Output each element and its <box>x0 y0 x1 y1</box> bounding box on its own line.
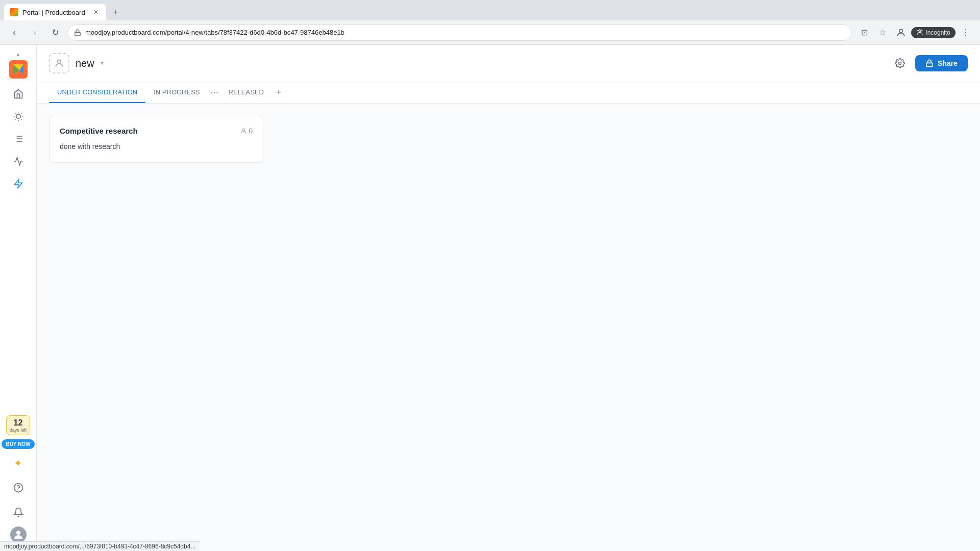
card-description: done with research <box>60 141 253 152</box>
sidebar-item-home[interactable] <box>8 84 29 104</box>
lock-icon <box>74 29 81 36</box>
tab-more-button[interactable]: ⋯ <box>208 84 220 102</box>
svg-point-8 <box>16 114 20 118</box>
tab-add-button[interactable]: + <box>272 83 286 102</box>
help-button[interactable] <box>8 478 29 498</box>
profile-icon[interactable] <box>893 24 909 41</box>
tab-under-consideration[interactable]: UNDER CONSIDERATION <box>49 82 145 103</box>
svg-line-15 <box>15 119 15 119</box>
bookmark-icon[interactable]: ☆ <box>874 24 891 41</box>
sidebar: ▲ <box>0 45 37 551</box>
votes-count: 0 <box>249 127 253 135</box>
tabs-bar: UNDER CONSIDERATION IN PROGRESS ⋯ RELEAS… <box>37 82 980 104</box>
tab-close-icon[interactable]: ✕ <box>92 8 100 16</box>
tab-released[interactable]: RELEASED <box>220 82 272 103</box>
back-button[interactable]: ‹ <box>6 24 22 41</box>
browser-toolbar: ‹ › ↻ moodjoy.productboard.com/portal/4-… <box>0 20 980 45</box>
scroll-up-indicator: ▲ <box>13 49 23 59</box>
productboard-logo[interactable] <box>8 59 29 80</box>
card-title: Competitive research <box>60 127 138 135</box>
browser-chrome: Portal | Productboard ✕ + ‹ › ↻ moodjoy.… <box>0 0 980 45</box>
reload-button[interactable]: ↻ <box>47 24 63 41</box>
active-tab[interactable]: Portal | Productboard ✕ <box>4 4 106 20</box>
main-content: new ▾ Share UNDER CONSIDERATION IN PROGR… <box>37 45 980 551</box>
incognito-button[interactable]: Incognito <box>911 27 955 38</box>
share-label: Share <box>938 59 958 67</box>
svg-line-12 <box>21 119 21 119</box>
browser-status-bar: moodjoy.productboard.com/.../6973f810-b4… <box>0 541 200 551</box>
tab-in-progress[interactable]: IN PROGRESS <box>145 82 208 103</box>
days-left-number: 12 <box>14 418 23 428</box>
avatar[interactable] <box>10 527 27 543</box>
svg-point-26 <box>58 60 61 63</box>
settings-button[interactable] <box>891 54 909 72</box>
address-bar[interactable]: moodjoy.productboard.com/portal/4-new/ta… <box>67 24 852 41</box>
feature-card[interactable]: Competitive research 0 done with researc… <box>49 116 263 163</box>
portal-name[interactable]: new <box>76 58 94 69</box>
sidebar-item-roadmap[interactable] <box>8 151 29 171</box>
svg-point-27 <box>899 62 901 65</box>
content-area: Competitive research 0 done with researc… <box>37 104 980 551</box>
svg-line-16 <box>21 113 21 114</box>
svg-rect-0 <box>75 32 81 35</box>
url-text: moodjoy.productboard.com/portal/4-new/ta… <box>85 29 845 36</box>
svg-rect-28 <box>926 63 933 66</box>
sidebar-item-pulse[interactable] <box>8 173 29 194</box>
svg-point-1 <box>899 29 903 33</box>
tab-title: Portal | Productboard <box>22 9 88 16</box>
buy-now-button[interactable]: BUY NOW <box>2 439 34 449</box>
lock-icon <box>925 59 934 67</box>
ai-sparkle-icon[interactable]: ✦ <box>8 453 29 473</box>
new-tab-button[interactable]: + <box>108 5 122 19</box>
browser-tab-bar: Portal | Productboard ✕ + <box>0 0 980 20</box>
card-votes: 0 <box>240 127 253 135</box>
votes-icon <box>240 128 247 135</box>
days-left-badge: 12 days left <box>6 415 31 435</box>
svg-point-29 <box>242 129 244 131</box>
cast-icon[interactable]: ⊡ <box>856 24 872 41</box>
sidebar-item-ideas[interactable] <box>8 106 29 127</box>
days-left-text: days left <box>10 428 27 433</box>
more-menu-button[interactable]: ⋮ <box>958 24 974 41</box>
sidebar-item-features[interactable] <box>8 129 29 149</box>
incognito-icon <box>916 29 923 36</box>
portal-icon <box>49 53 69 73</box>
notifications-button[interactable] <box>8 502 29 522</box>
svg-point-25 <box>16 531 20 535</box>
svg-line-11 <box>15 113 15 114</box>
share-button[interactable]: Share <box>915 55 968 71</box>
tab-favicon <box>10 8 18 16</box>
page-header: new ▾ Share <box>37 45 980 82</box>
incognito-label: Incognito <box>925 29 950 36</box>
portal-dropdown-icon[interactable]: ▾ <box>101 60 104 67</box>
forward-button[interactable]: › <box>27 24 43 41</box>
